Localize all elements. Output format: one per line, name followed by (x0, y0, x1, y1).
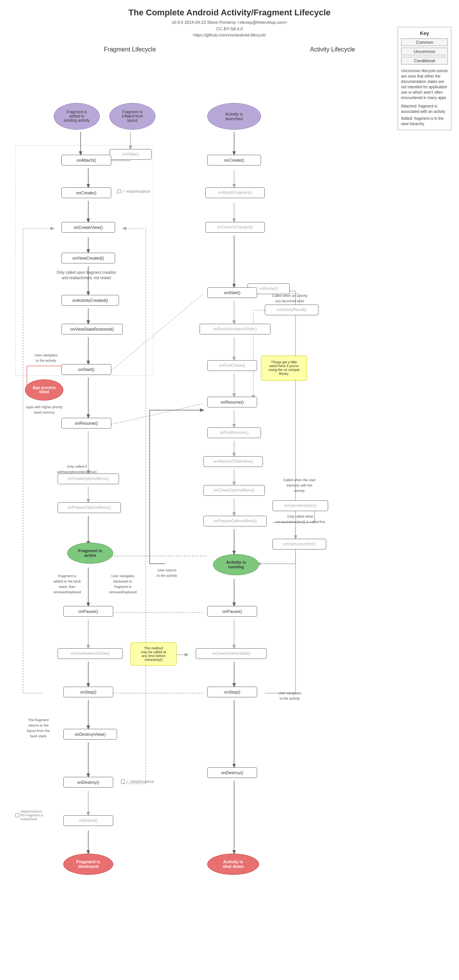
node-onResume-act: onResume() (207, 397, 257, 407)
node-activity-running: Activity is running (213, 554, 259, 575)
node-onCreateOptionsMenu-frag: onCreateOptionsMenu() (58, 473, 119, 484)
node-onStop-frag: onStop() (63, 687, 113, 697)
note-only-called-when: Only called when onUserInteraction() is … (272, 514, 328, 525)
node-onSaveInstanceState-act: onSaveInstanceState() (196, 648, 267, 659)
node-onDetach: onDetach() (63, 815, 113, 826)
node-onStart-act: onStart() (207, 287, 257, 298)
retain-instance-bottom: retainInstancethe fragment isreattached (15, 809, 43, 821)
node-onCreateOptionsMenu-act: onCreateOptionsMenu() (203, 485, 265, 496)
node-onDestroy-frag: onDestroy() (63, 777, 113, 788)
node-fragment-start1: Fragment is added to existing activity (54, 103, 100, 130)
node-fragment-active: Fragment is active (67, 543, 113, 564)
node-onDestroy-act: onDestroy() (207, 767, 257, 778)
node-onViewCreated: onViewCreated() (61, 253, 115, 263)
node-onPostResume: onPostResume() (207, 427, 261, 438)
node-onStop-act: onStop() (207, 687, 257, 697)
node-onActivityCreated: onActivityCreated() (61, 295, 119, 306)
node-onStart-frag: onStart() (61, 364, 111, 375)
node-onAttachFragment: onAttachFragment() (205, 187, 265, 198)
section-headers: Fragment Lifecycle Activity Lifecycle (4, 46, 455, 53)
node-onPause-act: onPause() (207, 606, 257, 617)
node-onPrepareOptionsMenu-frag: onPrepareOptionsMenu() (58, 502, 121, 513)
node-onUserInteraction: onUserInteraction() (272, 500, 328, 511)
fragment-lifecycle-header: Fragment Lifecycle (104, 46, 156, 53)
key-common: Common (401, 38, 448, 46)
key-uncommon: Uncommon (401, 48, 448, 55)
note-only-called-if: Only called if setHasOptionsMenu(true) (46, 464, 107, 475)
activity-lifecycle-header: Activity Lifecycle (310, 46, 355, 53)
diagram: Fragment is added to existing activity F… (4, 57, 455, 978)
note-things-get-weird: Things get a little weird here if you're… (261, 356, 307, 381)
retain-instance-label-1: ✓ retainInstance (117, 189, 150, 194)
svg-line-42 (111, 404, 203, 424)
page-container: The Complete Android Activity/Fragment L… (0, 0, 459, 980)
note-called-when-activity: Called when an activity you launched exi… (261, 293, 319, 304)
node-activity-launched: Activity is launched (207, 103, 261, 130)
note-user-navigates-to-activity: User navigates to the activity (265, 690, 315, 701)
node-onCreate-act: onCreate() (207, 155, 261, 166)
node-onPause-frag: onPause() (63, 606, 113, 617)
note-user-navigates: User navigates to the activity (27, 353, 65, 363)
node-onAttach: onAttach() (61, 155, 111, 166)
node-onUserLeaveHint: onUserLeaveHint() (272, 539, 326, 550)
node-onPostCreate: onPostCreate() (207, 360, 257, 371)
note-frag-returns: The fragment returns to the layout from … (15, 717, 61, 739)
node-activity-shutdown: Activity is shut down (207, 854, 259, 875)
note-called-when-user: Called when the user interacts with the … (276, 477, 322, 493)
node-onResume-frag: onResume() (61, 418, 111, 429)
note-apps-higher: Apps with higher priority need memory (19, 404, 69, 415)
note-frag-back-stack: Fragment is added to the back stack, the… (42, 573, 92, 595)
node-onSaveInstanceState-frag: onSaveInstanceState() (58, 648, 123, 659)
node-onCreate-frag: onCreate() (61, 187, 111, 198)
node-onDestroyView: onDestroyView() (63, 729, 117, 740)
node-onRestoreInstanceState: onRestoreInstanceState() (200, 324, 271, 334)
svg-line-41 (111, 294, 203, 371)
node-app-process-killed: App process killed (25, 379, 63, 401)
node-fragment-start2: Fragment is inflated from layout (109, 103, 155, 130)
retain-instance-label-2: ✓ retainInstance (121, 780, 154, 784)
node-onContentChanged: onContentChanged() (205, 222, 265, 233)
node-onCreateView: onCreateView() (61, 222, 115, 233)
note-this-method: This method may be called at any time be… (130, 642, 177, 665)
node-fragment-destroyed: Fragment is destroyed (63, 854, 113, 875)
note-only-called-upon: Only called upon fragment creation and r… (48, 270, 125, 281)
node-onViewStateRestored: onViewStateRestored() (61, 324, 123, 334)
node-onInflate: onInflate() (109, 149, 152, 160)
note-user-returns: User returns to the activity (146, 568, 188, 578)
node-onPrepareOptionsMenu-act: onPrepareOptionsMenu() (203, 516, 267, 526)
node-onActivityResult: onActivityResult() (265, 305, 319, 315)
key-title: Key (401, 30, 448, 36)
subtitle: v0.9.0 2014-04-22 Steve Pomeroy <stevep@… (4, 19, 455, 38)
note-user-navigates-backward: User navigates backward or fragment is r… (100, 573, 146, 595)
node-onAttachedToWindow: onAttachedToWindow() (203, 456, 263, 467)
page-title: The Complete Android Activity/Fragment L… (4, 8, 455, 18)
